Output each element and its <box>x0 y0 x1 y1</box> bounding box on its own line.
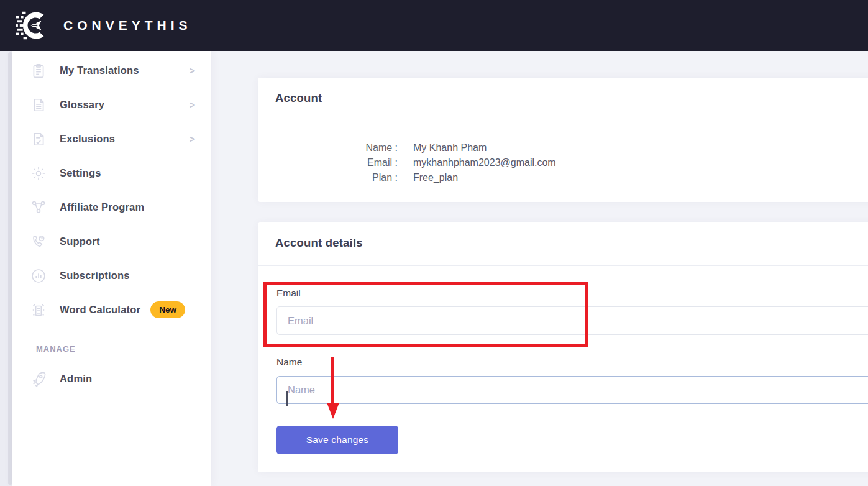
email-field[interactable] <box>276 306 868 335</box>
document-check-icon <box>30 131 47 147</box>
conveythis-rocket-icon <box>15 7 53 44</box>
account-details-card: Account details Email Name Save changes <box>258 222 868 472</box>
account-name-label: Name : <box>258 140 398 155</box>
account-details-title: Account details <box>275 236 868 250</box>
gear-icon <box>30 165 47 181</box>
chevron-right-icon: > <box>190 134 195 145</box>
account-email-value: mykhanhpham2023@gmail.com <box>413 155 556 170</box>
chart-circle-icon <box>30 267 47 284</box>
sidebar: My Translations > Glossary > Exclusions … <box>12 51 211 486</box>
top-header: CONVEYTHIS <box>0 0 868 51</box>
rocket-icon <box>30 370 47 387</box>
vertical-scrollbar[interactable] <box>8 52 12 485</box>
card-divider <box>258 265 868 266</box>
sidebar-item-label: Support <box>60 236 100 247</box>
sidebar-item-subscriptions[interactable]: Subscriptions <box>12 259 211 293</box>
clipboard-icon <box>30 62 47 79</box>
conveythis-logo[interactable]: CONVEYTHIS <box>0 7 192 44</box>
word-calculator-icon <box>30 301 47 318</box>
account-email-label: Email : <box>258 155 398 170</box>
new-badge: New <box>150 301 185 318</box>
sidebar-item-label: My Translations <box>60 65 139 76</box>
chevron-right-icon: > <box>190 65 195 76</box>
sidebar-item-my-translations[interactable]: My Translations > <box>12 53 211 88</box>
sidebar-item-support[interactable]: Support <box>12 224 211 259</box>
account-name-row: Name : My Khanh Pham <box>258 140 868 155</box>
brand-name: CONVEYTHIS <box>63 18 192 33</box>
account-plan-label: Plan : <box>258 170 398 185</box>
main-content: Account Name : My Khanh Pham Email : myk… <box>211 51 868 486</box>
affiliate-network-icon <box>30 199 47 216</box>
sidebar-section-manage: MANAGE <box>36 344 211 354</box>
sidebar-item-glossary[interactable]: Glossary > <box>12 88 211 122</box>
sidebar-item-label: Admin <box>60 373 92 385</box>
text-caret <box>286 391 288 406</box>
chevron-right-icon: > <box>190 99 195 111</box>
name-field-label: Name <box>276 357 868 368</box>
support-phone-icon <box>30 233 47 250</box>
document-icon <box>30 96 47 113</box>
save-changes-button[interactable]: Save changes <box>276 426 398 454</box>
account-card-title: Account <box>275 91 868 105</box>
account-plan-value: Free_plan <box>413 170 458 185</box>
sidebar-item-word-calculator[interactable]: Word Calculator New <box>12 293 211 327</box>
account-plan-row: Plan : Free_plan <box>258 170 868 185</box>
sidebar-item-settings[interactable]: Settings <box>12 156 211 190</box>
sidebar-item-label: Subscriptions <box>60 270 130 282</box>
account-name-value: My Khanh Pham <box>413 140 487 155</box>
sidebar-item-exclusions[interactable]: Exclusions > <box>12 122 211 156</box>
account-email-row: Email : mykhanhpham2023@gmail.com <box>258 155 868 170</box>
sidebar-item-admin[interactable]: Admin <box>12 362 211 396</box>
sidebar-item-label: Glossary <box>60 99 104 111</box>
account-card: Account Name : My Khanh Pham Email : myk… <box>258 78 868 202</box>
sidebar-item-label: Exclusions <box>60 133 115 145</box>
sidebar-item-affiliate-program[interactable]: Affiliate Program <box>12 190 211 224</box>
sidebar-item-label: Settings <box>60 167 101 179</box>
sidebar-item-label: Affiliate Program <box>60 201 144 213</box>
email-field-label: Email <box>276 288 868 299</box>
sidebar-item-label: Word Calculator <box>60 304 140 316</box>
account-info: Name : My Khanh Pham Email : mykhanhpham… <box>258 121 868 185</box>
name-field[interactable] <box>276 376 868 404</box>
